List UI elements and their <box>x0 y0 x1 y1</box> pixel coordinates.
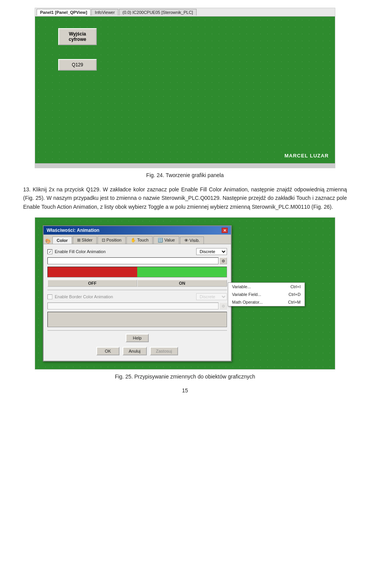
border-variable-input-row: ⚙ <box>47 302 227 309</box>
tab-value[interactable]: 🔢 Value <box>153 236 179 244</box>
discrete-border-select: Discrete <box>196 293 227 300</box>
panel-tab-3[interactable]: (0.0) IC200CPUE05 [Sterownik_PLC] <box>119 9 197 15</box>
variable-input[interactable] <box>47 257 219 264</box>
page-number: 15 <box>23 387 347 394</box>
enable-border-checkbox[interactable] <box>47 294 52 299</box>
anuluj-button[interactable]: Anuluj <box>123 347 147 355</box>
panel-tab-1[interactable]: Panel1 [Panel_QPView] <box>37 9 91 15</box>
border-variable-browse-button: ⚙ <box>219 302 227 309</box>
dialog-titlebar: Właściwości: Animation ✕ <box>44 226 231 235</box>
watermark: MARCEL LUZAR <box>284 153 329 159</box>
color-label-off: OFF <box>47 280 137 287</box>
figure-25-caption: Fig. 25. Przypisywanie zmiennych do obie… <box>23 373 347 380</box>
panel-titlebar: Panel1 [Panel_QPView] InfoViewer (0.0) I… <box>35 8 335 17</box>
figure-24-wrapper: Panel1 [Panel_QPView] InfoViewer (0.0) I… <box>35 8 335 168</box>
context-menu-variable-field-shortcut: Ctrl+D <box>289 292 301 297</box>
border-color-area <box>47 312 227 327</box>
context-menu-variable-label: Variable... <box>232 284 251 289</box>
divider-1 <box>47 290 227 290</box>
wyjscia-button[interactable]: Wyjścia cyfrowe <box>58 28 97 45</box>
context-menu-math-operator[interactable]: Math Operator... Ctrl+M <box>228 298 304 306</box>
enable-fill-label: Enable Fill Color Animation <box>55 249 196 254</box>
context-menu: Variable... Ctrl+I Variable Field... Ctr… <box>228 282 305 306</box>
variable-input-row: ⚙ <box>47 257 227 264</box>
context-menu-math-operator-label: Math Operator... <box>232 300 262 304</box>
ok-button[interactable]: OK <box>96 347 119 355</box>
color-label-row: OFF ON <box>47 280 227 287</box>
tab-slider[interactable]: ⊞ Slider <box>73 236 97 244</box>
color-icon: 🎨 <box>45 238 51 244</box>
page-content: Panel1 [Panel_QPView] InfoViewer (0.0) I… <box>0 0 370 401</box>
horizontal-scrollbar[interactable] <box>35 163 335 168</box>
context-menu-variable-field[interactable]: Variable Field... Ctrl+D <box>228 291 304 298</box>
panel-body: Wyjścia cyfrowe Q129 MARCEL LUZAR <box>35 17 335 163</box>
tab-visib[interactable]: 👁 Visib. <box>180 237 204 244</box>
dialog-tabs: 🎨 Color ⊞ Slider ⊡ Position ✋ Touch 🔢 Va… <box>44 235 231 244</box>
color-label-on: ON <box>137 280 227 287</box>
border-variable-input <box>47 302 219 309</box>
tab-position[interactable]: ⊡ Position <box>98 236 126 244</box>
help-button[interactable]: Help <box>126 334 149 342</box>
color-off-swatch[interactable] <box>48 267 137 277</box>
dialog-footer: OK Anuluj Zastosuj <box>47 345 227 357</box>
enable-fill-checkbox[interactable] <box>47 249 52 254</box>
context-menu-math-operator-shortcut: Ctrl+M <box>288 300 301 304</box>
panel-tab-2[interactable]: InfoViewer <box>91 9 118 15</box>
animation-dialog: Właściwości: Animation ✕ 🎨 Color ⊞ Slide… <box>43 225 232 362</box>
context-menu-variable-field-label: Variable Field... <box>232 292 261 297</box>
figure-25-wrapper: Właściwości: Animation ✕ 🎨 Color ⊞ Slide… <box>35 217 335 370</box>
help-row: Help <box>47 334 227 342</box>
tab-touch[interactable]: ✋ Touch <box>126 236 153 244</box>
context-menu-variable-shortcut: Ctrl+I <box>290 284 301 289</box>
color-swatches <box>47 267 227 277</box>
context-menu-variable[interactable]: Variable... Ctrl+I <box>228 283 304 291</box>
dialog-body: Enable Fill Color Animation Discrete Ana… <box>44 244 231 361</box>
zastosuj-button[interactable]: Zastosuj <box>150 347 178 355</box>
body-paragraph-1: 13. Kliknij 2x na przycisk Q129. W zakła… <box>23 185 347 211</box>
dialog-title: Właściwości: Animation <box>47 228 99 233</box>
q129-button[interactable]: Q129 <box>58 59 97 71</box>
dialog-close-button[interactable]: ✕ <box>222 228 228 233</box>
divider-2 <box>47 330 227 331</box>
figure-24-caption: Fig. 24. Tworzenie grafiki panela <box>23 172 347 178</box>
variable-browse-button[interactable]: ⚙ <box>219 257 227 264</box>
discrete-select[interactable]: Discrete Analog <box>196 248 227 255</box>
enable-border-row: Enable Border Color Animation Discrete <box>47 293 227 300</box>
enable-border-label: Enable Border Color Animation <box>55 294 196 299</box>
enable-fill-row: Enable Fill Color Animation Discrete Ana… <box>47 248 227 255</box>
tab-color[interactable]: Color <box>52 237 72 244</box>
color-on-swatch[interactable] <box>137 267 227 277</box>
